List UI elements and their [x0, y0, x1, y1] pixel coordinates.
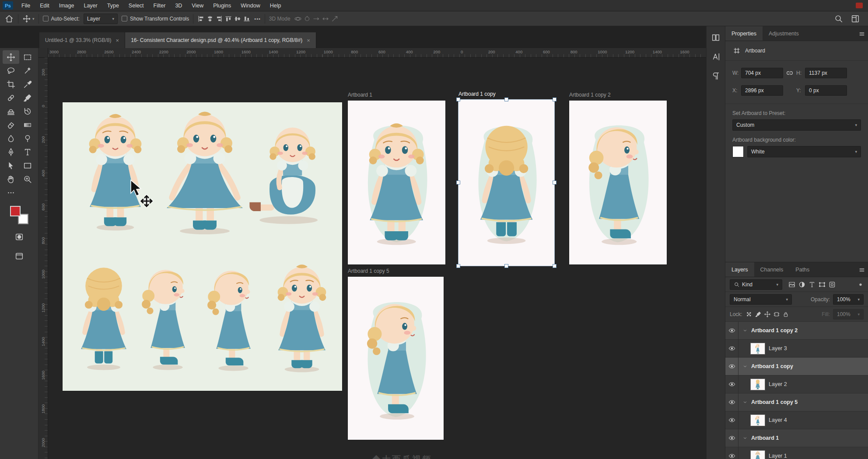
- artboard[interactable]: [569, 101, 667, 264]
- fill-dropdown[interactable]: 100%▾: [833, 309, 864, 320]
- object-selection-tool-button[interactable]: [19, 64, 36, 77]
- artboard-bg-dropdown[interactable]: White▾: [747, 146, 861, 157]
- foreground-color-swatch[interactable]: [10, 206, 21, 216]
- type-tool-button[interactable]: [19, 145, 36, 159]
- character-panel-button[interactable]: [709, 51, 722, 63]
- healing-brush-tool-button[interactable]: [3, 91, 19, 104]
- pasteboard[interactable]: Artboard 1Artboard 1 copyArtboard 1 copy…: [38, 48, 706, 459]
- clone-stamp-tool-button[interactable]: [3, 104, 19, 118]
- layer-row-artboard[interactable]: Artboard 1 copy 2: [725, 322, 868, 340]
- opacity-dropdown[interactable]: 100%▾: [833, 294, 864, 305]
- paragraph-panel-button[interactable]: [709, 70, 722, 82]
- menu-view[interactable]: View: [187, 0, 208, 11]
- selection-handle-s[interactable]: [504, 264, 508, 268]
- menu-plugins[interactable]: Plugins: [208, 0, 236, 11]
- app-logo[interactable]: Ps: [3, 1, 13, 10]
- menu-file[interactable]: File: [17, 0, 35, 11]
- properties-tab-adjustments[interactable]: Adjustments: [763, 26, 805, 41]
- tool-preset-picker[interactable]: ▾: [22, 14, 35, 23]
- artboard-label[interactable]: Artboard 1 copy 2: [569, 92, 611, 99]
- window-close-button[interactable]: [856, 3, 863, 8]
- close-tab-icon[interactable]: ×: [116, 37, 119, 44]
- visibility-toggle[interactable]: [725, 358, 738, 375]
- menu-filter[interactable]: Filter: [149, 0, 171, 11]
- path-selection-tool-button[interactable]: [3, 159, 19, 172]
- chevron-down-icon[interactable]: [742, 435, 748, 441]
- gradient-tool-button[interactable]: [19, 118, 36, 132]
- menu-help[interactable]: Help: [265, 0, 286, 11]
- pixel-layer-filter-icon[interactable]: [788, 281, 796, 289]
- artboard[interactable]: [348, 101, 445, 264]
- lasso-tool-button[interactable]: [3, 64, 19, 77]
- workspace-switcher-icon[interactable]: [850, 14, 860, 24]
- move-tool-button[interactable]: [3, 50, 19, 64]
- drag-3d-icon[interactable]: [313, 15, 320, 22]
- selection-handle-ne[interactable]: [553, 97, 556, 101]
- layer-filter-kind-dropdown[interactable]: Kind ▾: [730, 279, 782, 290]
- properties-tab-properties[interactable]: Properties: [725, 26, 763, 41]
- selection-handle-w[interactable]: [456, 181, 460, 184]
- quick-mask-button[interactable]: [11, 230, 28, 243]
- visibility-toggle[interactable]: [725, 393, 738, 411]
- artboard[interactable]: [348, 277, 444, 440]
- layer-thumbnail[interactable]: [750, 450, 765, 459]
- layers-tab-layers[interactable]: Layers: [725, 262, 754, 277]
- layers-panel-menu[interactable]: [856, 262, 868, 277]
- smart-object-filter-icon[interactable]: [828, 281, 836, 289]
- menu-select[interactable]: Select: [124, 0, 149, 11]
- adjustment-layer-filter-icon[interactable]: [798, 281, 806, 289]
- layers-tab-paths[interactable]: Paths: [789, 262, 816, 277]
- orbit-3d-icon[interactable]: [294, 15, 301, 22]
- y-field[interactable]: 0 px: [805, 85, 847, 96]
- search-icon[interactable]: [834, 14, 844, 24]
- eyedropper-tool-button[interactable]: [19, 77, 36, 91]
- visibility-toggle[interactable]: [725, 340, 738, 357]
- crop-tool-button[interactable]: [3, 77, 19, 91]
- properties-panel-menu[interactable]: [856, 26, 868, 41]
- auto-select-checkbox[interactable]: [43, 16, 49, 21]
- selection-handle-se[interactable]: [553, 264, 556, 268]
- chevron-down-icon[interactable]: [742, 328, 748, 333]
- menu-type[interactable]: Type: [102, 0, 124, 11]
- zoom-tool-button[interactable]: [19, 172, 36, 186]
- lock-artboard-icon[interactable]: [773, 311, 780, 318]
- align-right-edges-icon[interactable]: [216, 15, 223, 22]
- marquee-tool-button[interactable]: [19, 50, 36, 64]
- layer-row[interactable]: Layer 1: [725, 447, 868, 459]
- history-brush-tool-button[interactable]: [19, 104, 36, 118]
- align-left-edges-icon[interactable]: [197, 15, 204, 22]
- dodge-tool-button[interactable]: [19, 132, 36, 145]
- artboard-selected[interactable]: [458, 100, 554, 266]
- visibility-toggle[interactable]: [725, 429, 738, 447]
- menu-image[interactable]: Image: [54, 0, 79, 11]
- menu-window[interactable]: Window: [236, 0, 265, 11]
- screen-mode-button[interactable]: [11, 249, 28, 263]
- layer-row[interactable]: Layer 2: [725, 376, 868, 393]
- show-transform-checkbox[interactable]: [122, 16, 127, 21]
- lock-all-icon[interactable]: [782, 311, 789, 318]
- blend-mode-dropdown[interactable]: Normal▾: [730, 294, 792, 305]
- edit-toolbar-button[interactable]: [3, 186, 19, 199]
- layer-thumbnail[interactable]: [750, 414, 765, 426]
- layer-row-artboard[interactable]: Artboard 1 copy 5: [725, 393, 868, 411]
- width-field[interactable]: 704 px: [741, 68, 783, 78]
- layer-thumbnail[interactable]: [750, 343, 765, 355]
- align-vertical-centers-icon[interactable]: [234, 15, 241, 22]
- menu-3d[interactable]: 3D: [170, 0, 187, 11]
- lock-pixels-icon[interactable]: [755, 311, 762, 318]
- artboard[interactable]: [63, 102, 342, 391]
- layers-tab-channels[interactable]: Channels: [754, 262, 790, 277]
- canvas-area[interactable]: 3000280026002400220020001800160014001200…: [38, 48, 706, 459]
- shape-layer-filter-icon[interactable]: [818, 281, 826, 289]
- layer-row[interactable]: Layer 4: [725, 411, 868, 429]
- visibility-toggle[interactable]: [725, 447, 738, 459]
- ruler-top[interactable]: 3000280026002400220020001800160014001200…: [48, 48, 706, 58]
- selection-handle-e[interactable]: [553, 181, 556, 184]
- rectangle-tool-button[interactable]: [19, 159, 36, 172]
- auto-select-target-dropdown[interactable]: Layer ▾: [84, 14, 118, 24]
- more-align-options-button[interactable]: •••: [254, 16, 261, 21]
- roll-3d-icon[interactable]: [304, 15, 311, 22]
- height-field[interactable]: 1137 px: [805, 68, 847, 78]
- document-tab[interactable]: Untitled-1 @ 33.3% (RGB/8)×: [39, 32, 125, 48]
- artboard-preset-dropdown[interactable]: Custom▾: [732, 119, 861, 131]
